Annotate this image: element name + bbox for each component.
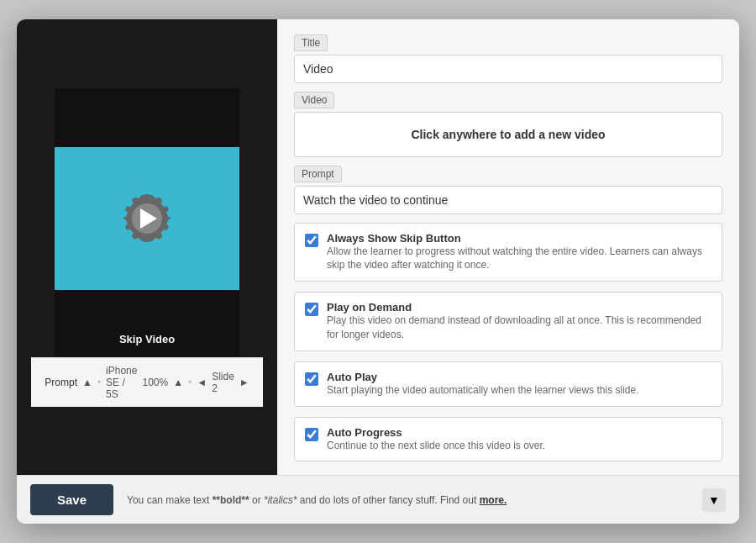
slide-label: Slide 2: [212, 371, 234, 394]
more-link[interactable]: more.: [480, 494, 507, 506]
checkbox-title-auto-play: Auto Play: [327, 371, 639, 383]
title-label: Title: [294, 34, 328, 51]
video-field-group: Video Click anywhere to add a new video: [294, 92, 722, 157]
title-field-group: Title: [294, 34, 722, 83]
chevron-down-button[interactable]: ▼: [702, 488, 726, 512]
checkbox-group-play-on-demand: Play on DemandPlay this video on demand …: [294, 292, 722, 351]
checkbox-play-on-demand[interactable]: [305, 303, 318, 316]
right-panel: Title Video Click anywhere to add a new …: [277, 19, 739, 476]
prompt-field-group: Prompt: [294, 166, 722, 214]
checkbox-always-show-skip[interactable]: [305, 234, 318, 247]
right-arrow-icon[interactable]: ►: [239, 377, 249, 388]
left-panel: Skip Video Prompt ▲ • iPhone SE / 5S 100…: [17, 19, 277, 476]
checkbox-title-play-on-demand: Play on Demand: [327, 301, 711, 314]
zoom-up-icon[interactable]: ▲: [173, 377, 183, 388]
add-video-button[interactable]: Click anywhere to add a new video: [294, 112, 722, 157]
up-arrow-icon[interactable]: ▲: [82, 377, 92, 388]
checkboxes-container: Always Show Skip ButtonAllow the learner…: [294, 223, 722, 462]
checkbox-group-auto-progress: Auto ProgressContinue to the next slide …: [294, 417, 722, 462]
checkbox-desc-play-on-demand: Play this video on demand instead of dow…: [327, 314, 711, 342]
checkbox-group-auto-play: Auto PlayStart playing the video automat…: [294, 361, 722, 407]
zoom-level: 100%: [142, 377, 168, 388]
device-label: iPhone SE / 5S: [106, 365, 137, 400]
save-button[interactable]: Save: [30, 484, 113, 515]
checkbox-title-always-show-skip: Always Show Skip Button: [327, 232, 711, 245]
prompt-label: Prompt: [294, 166, 342, 182]
title-input[interactable]: [294, 55, 722, 83]
phone-bottom-section: Skip Video: [55, 290, 239, 357]
checkbox-desc-always-show-skip: Allow the learner to progress without wa…: [327, 245, 711, 273]
checkbox-auto-progress[interactable]: [305, 428, 318, 441]
checkbox-group-always-show-skip: Always Show Skip ButtonAllow the learner…: [294, 223, 722, 282]
bottom-toolbar: Prompt ▲ • iPhone SE / 5S 100% ▲ • ◄ Sli…: [31, 357, 262, 407]
checkbox-desc-auto-progress: Continue to the next slide once this vid…: [327, 439, 545, 453]
checkbox-title-auto-progress: Auto Progress: [327, 426, 545, 439]
phone-preview: Skip Video: [55, 88, 239, 357]
prompt-label: Prompt: [45, 377, 77, 388]
prompt-input[interactable]: [294, 186, 722, 214]
window-content: Skip Video Prompt ▲ • iPhone SE / 5S 100…: [17, 19, 739, 476]
video-label: Video: [294, 92, 334, 108]
checkbox-desc-auto-play: Start playing the video automatically wh…: [327, 383, 639, 398]
gear-icon: [123, 194, 171, 243]
main-window: Skip Video Prompt ▲ • iPhone SE / 5S 100…: [17, 19, 739, 525]
skip-video-text: Skip Video: [119, 333, 175, 345]
checkbox-auto-play[interactable]: [305, 372, 318, 386]
play-icon: [140, 208, 157, 229]
footer: Save You can make text **bold** or *ital…: [17, 475, 739, 524]
left-arrow-icon[interactable]: ◄: [197, 377, 207, 388]
phone-top-section: [55, 88, 239, 147]
footer-hint: You can make text **bold** or *italics* …: [127, 493, 689, 508]
phone-video-area: [55, 147, 239, 290]
